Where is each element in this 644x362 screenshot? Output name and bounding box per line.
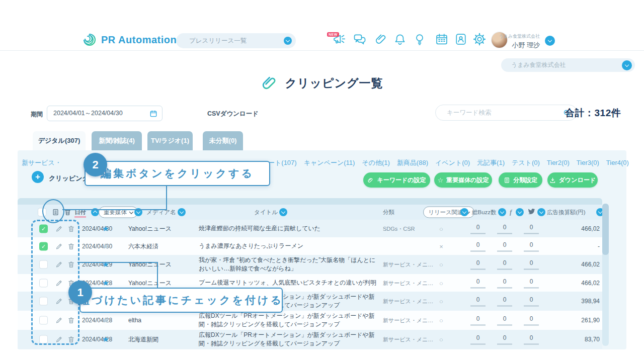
- keyword-search[interactable]: [435, 105, 577, 121]
- facebook-count-field[interactable]: 0: [494, 223, 516, 234]
- twitter-count-field[interactable]: 0: [520, 278, 542, 288]
- buzz-count-field[interactable]: 0: [467, 315, 489, 326]
- ad-value: 466,02: [581, 261, 600, 268]
- chevron-down-icon[interactable]: [284, 37, 292, 45]
- important-media-star-icon[interactable]: ★: [101, 242, 111, 251]
- facebook-count-field[interactable]: 0: [494, 278, 516, 288]
- user-company: うまみ食堂株式会社: [496, 33, 540, 40]
- tutorial-callout-step1: 紐づけたい記事にチェックを付ける: [79, 288, 283, 313]
- important-media-star-icon[interactable]: ★: [101, 224, 111, 233]
- id-card-icon[interactable]: [454, 32, 468, 46]
- important-media-settings-button[interactable]: ☆ 重要媒体の設定: [434, 172, 492, 188]
- category-link[interactable]: 元記事(1): [477, 159, 505, 166]
- add-clipping-button[interactable]: +: [32, 171, 44, 183]
- table-row: 2024/04/28 ★ 北海道新聞 広報DXツール「PRオートメーション」が新…: [18, 330, 602, 349]
- user-name: 小野 理沙: [496, 41, 540, 50]
- article-title: 広報DXツール「PRオートメーション」が新ダッシュボードや新聞・雑誌クリッピング…: [199, 331, 377, 348]
- tab-uncategorized[interactable]: 未分類(0): [203, 131, 243, 150]
- facebook-icon: f: [510, 208, 512, 216]
- facebook-count-field[interactable]: 0: [494, 241, 516, 251]
- sort-down-icon[interactable]: [498, 208, 506, 216]
- twitter-count-field[interactable]: 0: [520, 241, 542, 251]
- category-link[interactable]: イベント(0): [435, 159, 470, 166]
- period-value: 2024/04/01～2024/04/30: [53, 109, 123, 118]
- sort-down-icon[interactable]: [460, 208, 468, 216]
- scrollbar-thumb[interactable]: [602, 204, 609, 255]
- tab-tv-radio[interactable]: TV/ラジオ(1): [147, 131, 193, 150]
- buzz-count-field[interactable]: 0: [467, 278, 489, 288]
- document-icon: [504, 177, 510, 184]
- facebook-count-field[interactable]: 0: [494, 296, 516, 307]
- user-menu-chevron-icon[interactable]: [545, 36, 555, 46]
- period-date-range-input[interactable]: 2024/04/01～2024/04/30: [47, 106, 163, 121]
- facebook-count-field[interactable]: 0: [494, 334, 516, 345]
- category-link[interactable]: Tier3(0): [577, 159, 599, 166]
- twitter-count-field[interactable]: 0: [520, 296, 542, 307]
- facebook-count-field[interactable]: 0: [494, 259, 516, 270]
- category-link[interactable]: Tier4(0): [606, 159, 629, 166]
- release-related-mark: ○: [436, 298, 446, 305]
- category-link[interactable]: 新商品(88): [397, 159, 428, 166]
- page-nav-dropdown[interactable]: プレスリリース一覧: [176, 33, 296, 48]
- table-row: 2024/04/30 ★ Yahoo!ニュース 焼津産鰹節の持続可能な生産に貢献…: [18, 220, 602, 237]
- facebook-count-field[interactable]: 0: [494, 315, 516, 326]
- search-input[interactable]: [446, 109, 538, 117]
- checkbox-column-highlight: [31, 220, 79, 345]
- row-category: 新サービス・メニ…: [383, 317, 433, 324]
- download-icon: [549, 177, 556, 184]
- add-clipping-label: クリッピング: [49, 174, 89, 183]
- sort-down-icon[interactable]: [537, 208, 545, 216]
- important-media-star-icon[interactable]: ★: [101, 335, 111, 344]
- sort-down-icon[interactable]: [516, 208, 524, 216]
- ad-value: 466,02: [581, 225, 600, 232]
- button-label: 分類設定: [513, 176, 537, 185]
- buzz-count-field[interactable]: 0: [467, 296, 489, 307]
- twitter-count-field[interactable]: 0: [520, 223, 542, 234]
- category-link[interactable]: 新サービス・: [22, 158, 61, 167]
- buzz-count-field[interactable]: 0: [467, 259, 489, 270]
- chat-icon[interactable]: [353, 32, 367, 46]
- sort-down-icon[interactable]: [279, 208, 287, 216]
- buzz-count-field[interactable]: 0: [467, 223, 489, 234]
- category-link[interactable]: テスト(0): [512, 159, 540, 166]
- new-badge: NEW: [327, 32, 339, 37]
- category-link[interactable]: ート(107): [268, 159, 297, 166]
- logo-text: PR Automation: [101, 34, 177, 46]
- category-settings-button[interactable]: 分類設定: [499, 172, 542, 188]
- bell-icon[interactable]: [393, 32, 407, 46]
- important-media-star-icon[interactable]: ★: [101, 316, 111, 325]
- category-link[interactable]: キャンペーン(11): [304, 159, 355, 166]
- download-button[interactable]: ダウンロード: [547, 172, 598, 188]
- tab-digital[interactable]: デジタル(307): [33, 131, 86, 150]
- chevron-down-icon[interactable]: [622, 60, 632, 70]
- twitter-count-field[interactable]: 0: [520, 259, 542, 270]
- company-selector[interactable]: うまみ食堂株式会社: [501, 58, 635, 72]
- keyword-settings-button[interactable]: キーワードの設定: [363, 172, 430, 188]
- ad-value: -: [598, 243, 600, 250]
- csv-download-button[interactable]: CSVダウンロード: [207, 110, 259, 118]
- release-related-mark: ○: [436, 279, 446, 287]
- twitter-count-field[interactable]: 0: [520, 315, 542, 326]
- calendar-icon[interactable]: [435, 32, 449, 46]
- lightbulb-icon[interactable]: [413, 32, 427, 46]
- sort-down-icon[interactable]: [178, 208, 186, 216]
- buzz-count-field[interactable]: 0: [467, 334, 489, 345]
- ad-value: 83,70: [585, 336, 600, 343]
- column-header-ad-value: 広告換算額(円): [547, 209, 586, 216]
- category-link[interactable]: Tier2(0): [547, 159, 570, 166]
- row-category: 新サービス・メニ…: [383, 261, 433, 268]
- calendar-icon[interactable]: [149, 110, 157, 118]
- gear-icon[interactable]: [472, 32, 487, 46]
- twitter-bird-icon: [528, 209, 535, 216]
- media-name: 六本木経済: [128, 242, 158, 250]
- clipping-list-page: PR Automation プレスリリース一覧 NEW: [0, 0, 644, 362]
- tab-newspaper-magazine[interactable]: 新聞/雑誌(4): [92, 131, 142, 150]
- table-row: 2024/04/30 ★ 六本木経済 うまみ濃厚なあさりたっぷりラーメン × 0…: [18, 237, 602, 255]
- callout-text: 紐づけたい記事にチェックを付ける: [79, 293, 283, 307]
- nav-dropdown-value: プレスリリース一覧: [189, 37, 247, 45]
- ad-value: 398,94: [581, 298, 600, 305]
- category-link[interactable]: その他(1): [362, 159, 390, 166]
- buzz-count-field[interactable]: 0: [467, 241, 489, 251]
- twitter-count-field[interactable]: 0: [520, 334, 542, 345]
- paperclip-icon[interactable]: [374, 32, 388, 46]
